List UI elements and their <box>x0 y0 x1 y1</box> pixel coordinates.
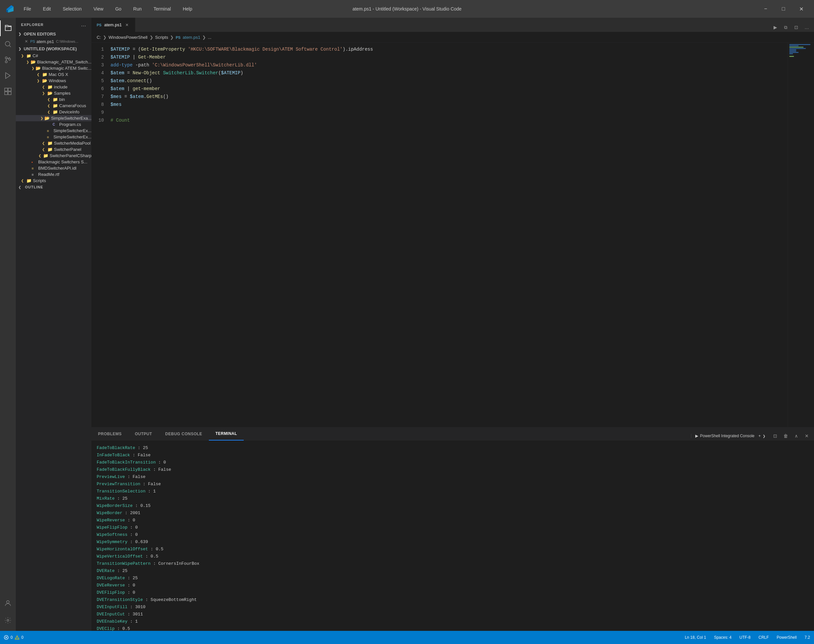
search-activity-icon[interactable] <box>0 36 16 52</box>
tree-scripts[interactable]: ❮ 📁 Scripts <box>16 178 91 184</box>
tree-bm-switchers[interactable]: ▪ Blackmagic Switchers S... <box>16 159 91 165</box>
tree-include[interactable]: ❮ 📁 include <box>16 84 91 90</box>
run-activity-icon[interactable] <box>0 68 16 83</box>
sidebar-more-button[interactable]: … <box>81 22 86 28</box>
breadcrumb-part-dots[interactable]: ... <box>208 35 212 40</box>
tab-debug-console[interactable]: DEBUG CONSOLE <box>158 427 209 440</box>
svg-rect-10 <box>8 92 11 95</box>
line-num-8: 8 <box>91 101 104 109</box>
tree-switcherpanelcsharp[interactable]: ❮ 📁 SwitcherPanelCSharp <box>16 153 91 159</box>
folder-icon-open: 📂 <box>45 116 50 121</box>
terminal-selector[interactable]: ▶ PowerShell Integrated Console + ❯ <box>691 434 769 438</box>
tree-windows[interactable]: ❯ 📂 Windows <box>16 78 91 84</box>
minimize-button[interactable]: − <box>758 4 773 14</box>
tree-readme[interactable]: ≡ ReadMe.rtf <box>16 171 91 178</box>
sidebar-content: ❯ OPEN EDITORS ✕ PS atem.ps1 C:\Windows.… <box>16 30 91 631</box>
status-version[interactable]: 7.2 <box>800 635 814 640</box>
terminal-line-iftb: InFadeToBlack : False <box>97 452 809 459</box>
close-button[interactable]: ✕ <box>794 4 809 14</box>
tree-program-cs[interactable]: C Program.cs <box>16 121 91 127</box>
breadcrumb-part-c[interactable]: C: <box>97 35 101 40</box>
tree-switcherpanel[interactable]: ❮ 📁 SwitcherPanel <box>16 146 91 153</box>
tree-switchermediapool[interactable]: ❮ 📁 SwitcherMediaPool <box>16 140 91 146</box>
tree-item-label: Windows <box>49 78 66 83</box>
tree-csharp[interactable]: ❯ 📁 C# <box>16 52 91 59</box>
sidebar: EXPLORER … ❯ OPEN EDITORS ✕ PS atem.ps1 … <box>16 18 91 631</box>
tree-simpleswitcher[interactable]: ❯ 📂 SimpleSwitcherExa... <box>16 115 91 121</box>
mini-line-3 <box>789 47 803 48</box>
folder-icon-open: 📂 <box>48 91 53 96</box>
open-changes-button[interactable]: ⧉ <box>781 23 790 32</box>
status-eol[interactable]: CRLF <box>754 635 773 640</box>
terminal-content[interactable]: FadeToBlackRate : 25 InFadeToBlack : Fal… <box>91 440 814 631</box>
menu-file[interactable]: File <box>21 5 34 13</box>
menu-edit[interactable]: Edit <box>40 5 54 13</box>
app-icon <box>5 4 14 14</box>
tab-output[interactable]: OUTPUT <box>128 427 158 440</box>
open-editors-section[interactable]: ❯ OPEN EDITORS <box>16 30 91 38</box>
status-encoding-label: UTF-8 <box>739 635 751 640</box>
settings-activity-icon[interactable] <box>0 612 16 628</box>
tab-problems[interactable]: PROBLEMS <box>91 427 128 440</box>
menu-help[interactable]: Help <box>180 5 195 13</box>
breadcrumb-part-file[interactable]: PS atem.ps1 <box>176 35 200 40</box>
status-encoding[interactable]: UTF-8 <box>736 635 754 640</box>
tab-atem-ps1[interactable]: PS atem.ps1 ✕ <box>91 18 135 32</box>
folder-icon: 📁 <box>48 141 53 146</box>
mini-line-1 <box>789 44 810 45</box>
maximize-panel-button[interactable]: ∧ <box>792 431 801 440</box>
split-terminal-button[interactable]: ⊡ <box>771 431 780 440</box>
tree-chevron: ❯ <box>32 66 35 70</box>
close-editor-button[interactable]: ✕ <box>24 39 29 44</box>
tree-simpleswitcherex1[interactable]: ≡ SimpleSwitcherEx... <box>16 127 91 134</box>
tree-deviceinfo[interactable]: ❮ 📁 DeviceInfo <box>16 109 91 115</box>
terminal-line-wvo: WipeVerticalOffset : 0.5 <box>97 553 809 560</box>
status-spaces[interactable]: Spaces: 4 <box>710 635 736 640</box>
outline-section[interactable]: ❮ OUTLINE <box>16 184 91 190</box>
status-language[interactable]: PowerShell <box>773 635 801 640</box>
workspace-section[interactable]: ❯ UNTITLED (WORKSPACE) <box>16 45 91 52</box>
terminal-selector-plus[interactable]: + <box>759 434 761 438</box>
menu-go[interactable]: Go <box>112 5 124 13</box>
terminal-selector-chevron[interactable]: ❯ <box>763 434 765 438</box>
xml-file-icon2: ≡ <box>47 135 52 139</box>
more-actions-button[interactable]: … <box>802 23 811 32</box>
tree-item-label: Blackmagic Switchers S... <box>38 159 88 164</box>
open-editor-item[interactable]: ✕ PS atem.ps1 C:\Windows... <box>16 38 91 45</box>
kill-terminal-button[interactable]: 🗑 <box>781 431 790 440</box>
tree-camerafocus[interactable]: ❮ 📁 CameraFocus <box>16 103 91 109</box>
source-control-activity-icon[interactable] <box>0 52 16 68</box>
breadcrumb-part-scripts[interactable]: Scripts <box>155 35 168 40</box>
menu-selection[interactable]: Selection <box>60 5 84 13</box>
tab-close-button[interactable]: ✕ <box>124 22 130 28</box>
tree-item-label: include <box>54 84 68 89</box>
tree-simpleswitcherex2[interactable]: ≡ SimpleSwitcherEx... <box>16 134 91 140</box>
status-position[interactable]: Ln 18, Col 1 <box>681 635 710 640</box>
extensions-activity-icon[interactable] <box>0 83 16 99</box>
svg-point-17 <box>17 638 17 639</box>
tree-bin[interactable]: ❮ 📁 bin <box>16 96 91 103</box>
breadcrumb-part-winps[interactable]: WindowsPowerShell <box>109 35 147 40</box>
code-area[interactable]: $ATEMIP = (Get-ItemProperty 'HKCU:\SOFTW… <box>108 43 788 427</box>
split-editor-button[interactable]: ⊡ <box>792 23 801 32</box>
tree-bmd-api[interactable]: ≡ BMDSwitcherAPI.idl <box>16 165 91 171</box>
tree-bm-atem[interactable]: ❯ 📂 Blackmagic ATEM Switc... <box>16 65 91 71</box>
tab-label: atem.ps1 <box>104 22 122 27</box>
close-panel-button[interactable]: ✕ <box>802 431 811 440</box>
menu-view[interactable]: View <box>91 5 106 13</box>
tree-item-label: Samples <box>54 91 71 96</box>
menu-terminal[interactable]: Terminal <box>151 5 174 13</box>
code-line-1: $ATEMIP = (Get-ItemProperty 'HKCU:\SOFTW… <box>111 45 788 53</box>
mini-line-7 <box>789 52 799 53</box>
tree-item-label: CameraFocus <box>59 103 86 108</box>
account-activity-icon[interactable] <box>0 595 16 611</box>
status-errors[interactable]: 0 0 <box>0 635 27 640</box>
tree-samples[interactable]: ❯ 📂 Samples <box>16 90 91 96</box>
tab-terminal[interactable]: TERMINAL <box>209 427 244 440</box>
run-file-button[interactable]: ▶ <box>771 23 780 32</box>
explorer-activity-icon[interactable] <box>0 20 16 36</box>
maximize-button[interactable]: □ <box>776 4 791 14</box>
tree-bm-switch[interactable]: ❯ 📂 Blackmagic_ATEM_Switch... <box>16 59 91 65</box>
menu-run[interactable]: Run <box>131 5 144 13</box>
tree-macos[interactable]: ❮ 📁 Mac OS X <box>16 71 91 78</box>
